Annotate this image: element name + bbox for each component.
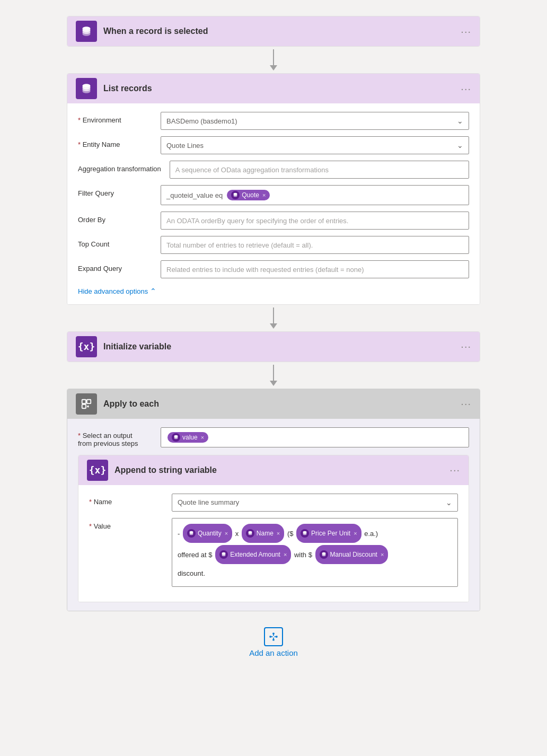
ea-db-icon	[219, 550, 228, 559]
trigger-header[interactable]: When a record is selected ···	[67, 16, 480, 46]
arrow-head	[270, 65, 277, 71]
name-tag: Name ×	[242, 524, 284, 543]
qty-db-icon	[187, 529, 196, 538]
apply-to-each-header[interactable]: Apply to each ···	[67, 389, 480, 419]
append-value-input[interactable]: - Quantity × x	[172, 518, 458, 587]
name-close[interactable]: ×	[277, 525, 280, 542]
svg-rect-13	[272, 632, 274, 634]
expand-query-input[interactable]: Related entries to include with requeste…	[161, 260, 469, 278]
value-discount: discount.	[178, 569, 205, 577]
db-icon-2	[81, 83, 92, 94]
append-string-header[interactable]: {x} Append to string variable ···	[78, 455, 469, 485]
svg-rect-14	[272, 639, 274, 640]
filter-tag-label: Quote	[242, 191, 259, 199]
value-dash: -	[178, 530, 182, 538]
order-by-row: Order By An ODATA orderBy query for spec…	[78, 212, 469, 230]
init-variable-card: {x} Initialize variable ···	[67, 331, 480, 362]
manual-discount-tag: Manual Discount ×	[315, 545, 389, 564]
list-records-menu[interactable]: ···	[461, 83, 471, 95]
filter-tag-db-icon	[231, 191, 240, 199]
aggregation-placeholder: A sequence of OData aggregation transfor…	[175, 166, 329, 174]
trigger-icon	[76, 21, 97, 42]
md-close[interactable]: ×	[381, 546, 384, 563]
add-action-svg	[268, 631, 279, 642]
aggregation-input[interactable]: A sequence of OData aggregation transfor…	[170, 161, 469, 179]
value-dollar-paren: ($	[287, 530, 295, 538]
entity-name-input[interactable]: Quote Lines ⌄	[161, 136, 469, 154]
md-db-icon	[320, 550, 328, 559]
quantity-label: Quantity	[198, 525, 222, 542]
order-by-input[interactable]: An ODATA orderBy query for specifying th…	[161, 212, 469, 230]
append-name-row: Name Quote line summary ⌄	[89, 494, 458, 512]
flow-canvas: When a record is selected ··· List recor…	[32, 16, 515, 657]
value-x-1: x	[235, 530, 241, 538]
list-records-icon	[76, 78, 97, 99]
append-string-menu[interactable]: ···	[449, 464, 460, 476]
append-value-row: Value - Quantity × x	[89, 518, 458, 587]
apply-to-each-title: Apply to each	[103, 399, 461, 409]
environment-chevron: ⌄	[457, 117, 463, 125]
output-tag-label: value	[182, 434, 198, 441]
apply-to-each-card: Apply to each ··· Select an output from …	[67, 389, 480, 611]
list-records-title: List records	[103, 84, 461, 93]
environment-input[interactable]: BASDemo (basdemo1) ⌄	[161, 112, 469, 130]
arrow-head-3	[270, 381, 277, 386]
add-action-label: Add an action	[249, 648, 298, 657]
manual-discount-label: Manual Discount	[330, 546, 377, 563]
top-count-row: Top Count Total number of entries to ret…	[78, 236, 469, 254]
list-records-header[interactable]: List records ···	[67, 74, 480, 103]
variable-icon: {x}	[78, 341, 95, 352]
quantity-close[interactable]: ×	[225, 525, 228, 542]
append-name-value: Quote line summary	[178, 498, 239, 506]
arrow-2	[270, 305, 277, 331]
ea-close[interactable]: ×	[284, 546, 287, 563]
environment-label: Environment	[78, 112, 152, 124]
order-by-placeholder: An ODATA orderBy query for specifying th…	[166, 217, 348, 225]
output-tag-close[interactable]: ×	[201, 434, 204, 441]
value-ea: e.a.)	[364, 530, 378, 538]
top-count-input[interactable]: Total number of entries to retrieve (def…	[161, 236, 469, 254]
select-output-label: Select an output from previous steps	[78, 427, 152, 447]
append-name-label: Name	[89, 494, 163, 506]
append-name-input[interactable]: Quote line summary ⌄	[172, 494, 458, 512]
filter-query-input[interactable]: _quoteid_value eq Quote ×	[161, 185, 469, 205]
apply-to-each-menu[interactable]: ···	[461, 398, 471, 410]
price-per-unit-tag: Price Per Unit ×	[296, 524, 361, 543]
append-string-title: Append to string variable	[114, 465, 449, 475]
ppu-db-icon	[301, 529, 309, 538]
arrow-line-3	[273, 365, 274, 381]
entity-name-label: Entity Name	[78, 136, 152, 148]
hide-advanced-link[interactable]: Hide advanced options ⌃	[78, 287, 156, 295]
extended-amount-tag: Extended Amount ×	[215, 545, 291, 564]
svg-rect-15	[276, 636, 277, 637]
value-with-dollar: with $	[294, 551, 314, 559]
arrow-head-2	[270, 323, 277, 329]
init-variable-menu[interactable]: ···	[461, 340, 471, 353]
trigger-card: When a record is selected ···	[67, 16, 480, 47]
environment-value: BASDemo (basdemo1)	[166, 117, 237, 125]
filter-tag-close[interactable]: ×	[262, 192, 266, 198]
list-records-body: Environment BASDemo (basdemo1) ⌄ Entity …	[67, 103, 480, 304]
top-count-label: Top Count	[78, 236, 152, 248]
arrow-line	[273, 49, 274, 65]
expand-query-placeholder: Related entries to include with requeste…	[166, 266, 364, 274]
append-name-chevron: ⌄	[446, 498, 452, 507]
init-variable-header[interactable]: {x} Initialize variable ···	[67, 332, 480, 362]
loop-svg	[81, 398, 92, 410]
append-string-icon: {x}	[87, 460, 108, 481]
filter-query-prefix: _quoteid_value eq	[166, 191, 223, 199]
trigger-menu[interactable]: ···	[461, 25, 471, 38]
name-db-icon	[246, 529, 254, 538]
hide-advanced-label: Hide advanced options	[78, 287, 148, 295]
quantity-tag: Quantity ×	[183, 524, 232, 543]
add-action-button[interactable]: Add an action	[249, 627, 298, 657]
trigger-title: When a record is selected	[103, 27, 461, 36]
output-tag-db-icon	[172, 433, 180, 442]
select-output-input[interactable]: value ×	[161, 427, 469, 447]
filter-query-tag: Quote ×	[227, 190, 270, 200]
aggregation-label: Aggregation transformation	[78, 161, 161, 173]
ppu-close[interactable]: ×	[354, 525, 357, 542]
arrow-1	[270, 47, 277, 73]
extended-amount-label: Extended Amount	[230, 546, 280, 563]
add-action-icon	[264, 627, 283, 646]
